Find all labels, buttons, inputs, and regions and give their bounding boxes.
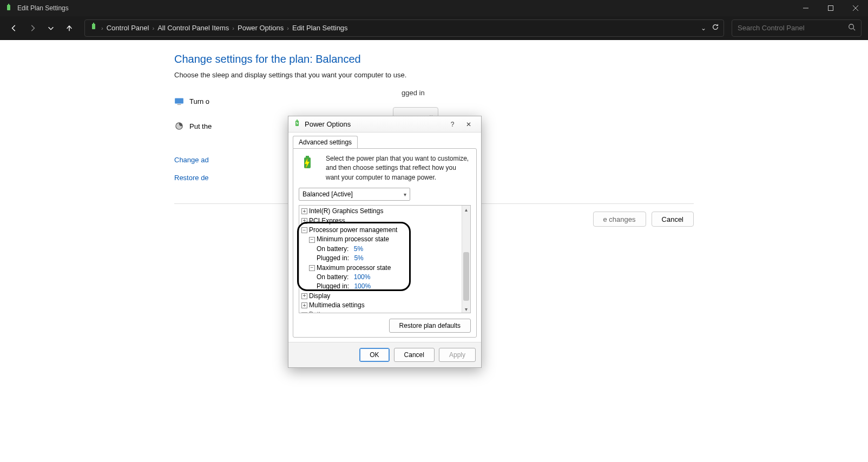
svg-rect-1 xyxy=(8,4,9,5)
search-icon xyxy=(848,23,856,32)
chevron-right-icon: › xyxy=(287,25,289,31)
tree-item[interactable]: Intel(R) Graphics Settings xyxy=(309,207,383,216)
tree-value[interactable]: 100% xyxy=(354,273,371,282)
breadcrumb-item[interactable]: Edit Plan Settings xyxy=(292,24,348,32)
breadcrumb-item[interactable]: Power Options xyxy=(238,24,284,32)
tree-scrollbar[interactable]: ▴ ▾ xyxy=(462,206,470,313)
svg-rect-10 xyxy=(175,98,183,103)
page-description: Choose the sleep and display settings th… xyxy=(174,71,694,79)
search-input[interactable] xyxy=(738,24,848,32)
breadcrumb-item[interactable]: All Control Panel Items xyxy=(157,24,229,32)
dialog-titlebar[interactable]: Power Options ? ✕ xyxy=(288,116,481,133)
maximize-button[interactable] xyxy=(818,0,843,16)
tab-advanced-settings[interactable]: Advanced settings xyxy=(293,136,358,148)
chevron-down-icon[interactable]: ⌄ xyxy=(701,24,706,32)
tree-item[interactable]: Maximum processor state xyxy=(317,263,391,273)
expand-icon[interactable]: + xyxy=(301,293,307,299)
tree-item[interactable]: Display xyxy=(309,292,330,301)
navigation-bar: › Control Panel › All Control Panel Item… xyxy=(0,16,868,40)
svg-line-9 xyxy=(853,29,856,31)
content-area: Change settings for the plan: Balanced C… xyxy=(0,40,868,462)
tree-item[interactable]: PCI Express xyxy=(309,216,345,226)
tree-item[interactable]: Minimum processor state xyxy=(317,235,389,244)
expand-icon[interactable]: + xyxy=(301,312,307,313)
tree-value[interactable]: 5% xyxy=(354,245,363,254)
column-header-plugged: gged in xyxy=(402,89,425,97)
up-button[interactable] xyxy=(62,21,77,36)
svg-rect-11 xyxy=(177,104,181,105)
expand-icon[interactable]: + xyxy=(301,218,307,224)
expand-icon[interactable]: + xyxy=(301,302,307,308)
recent-dropdown-button[interactable] xyxy=(43,21,58,36)
dialog-close-button[interactable]: ✕ xyxy=(461,118,477,131)
battery-icon xyxy=(299,154,320,176)
sleep-icon xyxy=(174,121,184,131)
tree-item[interactable]: Processor power management xyxy=(309,226,397,235)
plan-selected-label: Balanced [Active] xyxy=(303,190,353,198)
svg-rect-16 xyxy=(306,156,309,157)
tree-value[interactable]: 5% xyxy=(354,254,363,263)
expand-icon[interactable]: + xyxy=(301,208,307,214)
chevron-down-icon: ▾ xyxy=(404,192,406,197)
page-title: Change settings for the plan: Balanced xyxy=(174,53,694,65)
svg-rect-7 xyxy=(93,23,94,24)
dialog-cancel-button[interactable]: Cancel xyxy=(394,348,435,362)
minimize-button[interactable] xyxy=(793,0,818,16)
location-icon xyxy=(89,23,98,33)
plan-select-dropdown[interactable]: Balanced [Active] ▾ xyxy=(299,188,410,201)
svg-point-8 xyxy=(849,24,854,29)
cancel-button[interactable]: Cancel xyxy=(652,212,694,227)
address-bar[interactable]: › Control Panel › All Control Panel Item… xyxy=(84,19,724,37)
window-titlebar: Edit Plan Settings xyxy=(0,0,868,16)
collapse-icon[interactable]: − xyxy=(309,237,315,243)
save-changes-button[interactable]: e changes xyxy=(593,212,646,227)
svg-rect-6 xyxy=(92,24,95,29)
forward-button[interactable] xyxy=(25,21,40,36)
turn-off-display-label: Turn o xyxy=(189,97,209,105)
tree-item[interactable]: Battery xyxy=(309,310,330,313)
help-button[interactable]: ? xyxy=(444,118,461,131)
apply-button[interactable]: Apply xyxy=(439,348,476,362)
window-title: Edit Plan Settings xyxy=(17,4,69,12)
breadcrumb-item[interactable]: Control Panel xyxy=(107,24,149,32)
scroll-down-icon[interactable]: ▾ xyxy=(462,305,470,313)
chevron-right-icon: › xyxy=(101,25,103,31)
back-button[interactable] xyxy=(6,21,22,36)
tree-value-label[interactable]: Plugged in: xyxy=(317,254,349,263)
ok-button[interactable]: OK xyxy=(359,348,389,362)
app-icon xyxy=(4,4,13,12)
scrollbar-thumb[interactable] xyxy=(463,252,469,301)
scroll-up-icon[interactable]: ▴ xyxy=(462,206,470,213)
dialog-intro-text: Select the power plan that you want to c… xyxy=(326,154,471,182)
svg-rect-0 xyxy=(7,5,10,10)
chevron-right-icon: › xyxy=(232,25,234,31)
search-box[interactable] xyxy=(732,19,862,37)
refresh-button[interactable] xyxy=(712,23,719,32)
tree-value-label[interactable]: Plugged in: xyxy=(317,282,349,291)
svg-rect-3 xyxy=(828,6,833,11)
battery-icon xyxy=(293,119,301,129)
collapse-icon[interactable]: − xyxy=(301,227,307,233)
tree-value-label[interactable]: On battery: xyxy=(317,245,348,254)
tree-value-label[interactable]: On battery: xyxy=(317,273,348,282)
sleep-label: Put the xyxy=(189,122,212,130)
svg-rect-14 xyxy=(297,120,298,121)
power-options-dialog: Power Options ? ✕ Advanced settings Sele… xyxy=(288,116,482,368)
tree-item[interactable]: Multimedia settings xyxy=(309,301,365,310)
chevron-right-icon: › xyxy=(152,25,154,31)
display-icon xyxy=(174,96,184,106)
settings-tree[interactable]: +Intel(R) Graphics Settings +PCI Express… xyxy=(299,206,462,313)
dialog-title: Power Options xyxy=(305,120,351,128)
close-button[interactable] xyxy=(843,0,868,16)
restore-plan-defaults-button[interactable]: Restore plan defaults xyxy=(389,319,471,333)
collapse-icon[interactable]: − xyxy=(309,265,315,271)
tree-value[interactable]: 100% xyxy=(354,282,371,291)
